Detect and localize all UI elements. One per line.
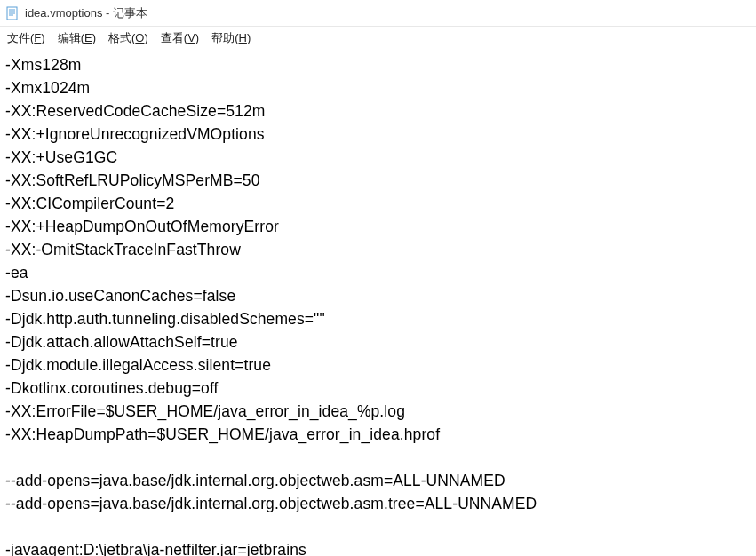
window-title: idea.vmoptions - 记事本 (25, 5, 147, 21)
menu-edit[interactable]: 编辑(E) (58, 30, 96, 46)
menu-file[interactable]: 文件(F) (7, 30, 45, 46)
titlebar: idea.vmoptions - 记事本 (0, 0, 756, 27)
editor-content[interactable]: -Xms128m -Xmx1024m -XX:ReservedCodeCache… (0, 48, 756, 556)
menu-help[interactable]: 帮助(H) (211, 30, 251, 46)
menubar: 文件(F) 编辑(E) 格式(O) 查看(V) 帮助(H) (0, 27, 756, 48)
menu-view[interactable]: 查看(V) (161, 30, 199, 46)
menu-format[interactable]: 格式(O) (108, 30, 148, 46)
notepad-icon (5, 6, 20, 20)
